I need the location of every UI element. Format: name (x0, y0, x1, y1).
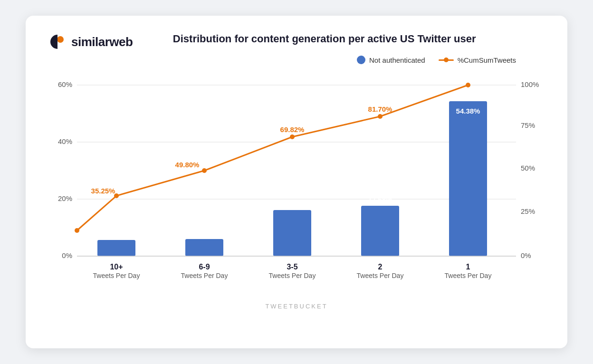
similarweb-logo-icon (48, 33, 67, 51)
chart-title: Distribution for content generation per … (133, 33, 545, 45)
svg-text:0%: 0% (521, 251, 531, 259)
bar-1 (449, 101, 487, 256)
bar-6-9 (185, 239, 223, 256)
svg-text:81.70%: 81.70% (368, 105, 392, 113)
svg-text:49.80%: 49.80% (175, 161, 200, 169)
legend-item-bars: Not authenticated (357, 56, 425, 64)
legend-item-line: %CumSumTweets (439, 56, 516, 64)
svg-text:Tweets Per Day: Tweets Per Day (445, 272, 492, 279)
svg-text:5.71%: 5.71% (106, 230, 127, 238)
svg-point-1 (57, 36, 64, 43)
svg-text:60%: 60% (58, 80, 72, 88)
svg-text:100%: 100% (521, 80, 539, 88)
legend-dot-icon (357, 56, 365, 64)
legend-label-line: %CumSumTweets (458, 56, 516, 64)
svg-text:50%: 50% (521, 164, 535, 172)
chart-svg: 0% 20% 40% 60% 0% 25% 50% 75% 100% 5.71%… (48, 76, 545, 294)
svg-text:Tweets Per Day: Tweets Per Day (357, 272, 404, 279)
svg-text:2: 2 (378, 263, 383, 271)
bar-2 (361, 206, 399, 256)
bar-10plus (97, 240, 135, 256)
line-point-4 (378, 114, 383, 119)
svg-text:6.04%: 6.04% (194, 229, 215, 237)
svg-text:10+: 10+ (110, 263, 123, 271)
line-point-2 (202, 168, 207, 173)
svg-text:16.19%: 16.19% (280, 200, 305, 208)
chart-card: similarweb Distribution for content gene… (26, 16, 567, 348)
svg-text:1: 1 (466, 263, 470, 271)
logo-text: similarweb (71, 35, 133, 49)
svg-text:Tweets Per Day: Tweets Per Day (181, 272, 228, 279)
svg-text:17.68%: 17.68% (368, 195, 392, 203)
svg-text:20%: 20% (58, 194, 72, 202)
cumsum-line (77, 85, 468, 230)
svg-text:69.82%: 69.82% (280, 125, 305, 134)
svg-text:54.38%: 54.38% (456, 107, 480, 115)
line-point-5 (466, 83, 470, 87)
watermark: TWEETBUCKET (48, 303, 545, 310)
legend-line-icon (439, 59, 454, 61)
svg-text:75%: 75% (521, 121, 535, 129)
svg-text:3-5: 3-5 (287, 263, 297, 271)
logo: similarweb (48, 33, 133, 51)
bar-3-5 (273, 210, 311, 256)
svg-text:6-9: 6-9 (199, 263, 210, 271)
svg-text:Tweets Per Day: Tweets Per Day (93, 272, 140, 279)
svg-point-2 (52, 41, 57, 46)
svg-text:40%: 40% (58, 137, 72, 145)
svg-text:0%: 0% (62, 251, 72, 259)
line-point-3 (290, 134, 295, 139)
line-point-0 (75, 228, 79, 233)
svg-text:35.25%: 35.25% (91, 187, 115, 195)
svg-text:Tweets Per Day: Tweets Per Day (269, 272, 316, 279)
legend-label-bars: Not authenticated (369, 56, 425, 64)
header: similarweb Distribution for content gene… (48, 33, 545, 51)
chart-legend: Not authenticated %CumSumTweets (48, 56, 545, 64)
svg-text:25%: 25% (521, 207, 535, 215)
chart-area: 0% 20% 40% 60% 0% 25% 50% 75% 100% 5.71%… (48, 76, 545, 294)
